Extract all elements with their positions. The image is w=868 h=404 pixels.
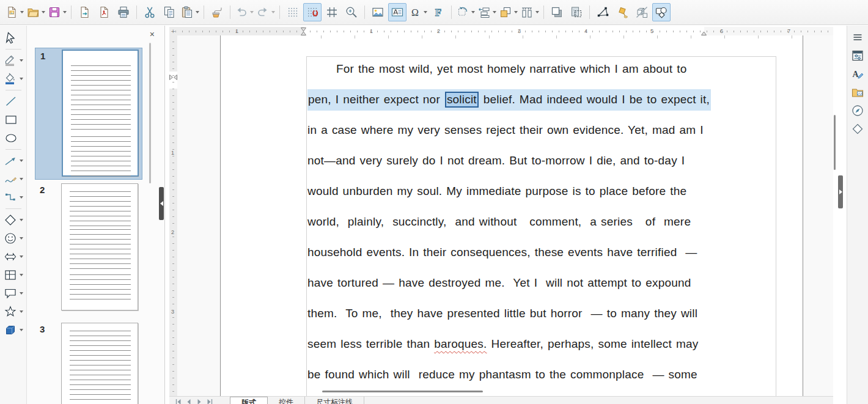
save-button[interactable] xyxy=(47,3,67,21)
distribute-selection-button[interactable] xyxy=(520,3,540,21)
crop-image-button[interactable] xyxy=(567,3,586,21)
callout-shapes-button[interactable] xyxy=(1,284,26,303)
dropdown-arrow-icon[interactable] xyxy=(20,237,23,240)
page-thumbnail-1[interactable]: 1 xyxy=(35,48,142,180)
dropdown-arrow-icon[interactable] xyxy=(20,11,24,13)
dropdown-arrow-icon[interactable] xyxy=(20,219,23,221)
zoom-button[interactable] xyxy=(342,3,361,21)
sidebar-tab-properties[interactable] xyxy=(848,46,867,64)
ellipse-button[interactable] xyxy=(1,129,26,147)
top-indent-marker[interactable] xyxy=(169,75,177,80)
display-grid-button[interactable] xyxy=(284,3,302,21)
previous-layer-button[interactable] xyxy=(185,398,193,404)
page-preview[interactable] xyxy=(62,50,139,177)
insert-image-button[interactable] xyxy=(369,3,387,21)
stars-and-banners-button[interactable] xyxy=(1,303,26,321)
dropdown-arrow-icon[interactable] xyxy=(535,11,539,13)
dropdown-arrow-icon[interactable] xyxy=(20,160,23,162)
block-arrows-button[interactable] xyxy=(1,248,26,266)
next-layer-button[interactable] xyxy=(195,398,204,404)
transformations-button[interactable] xyxy=(455,3,476,21)
text-frame[interactable]: For the most wild, yet most homely narra… xyxy=(306,56,776,396)
pages-panel-close-button[interactable]: × xyxy=(150,29,155,39)
copy-button[interactable] xyxy=(160,3,178,21)
last-layer-button[interactable] xyxy=(205,398,214,404)
export-button[interactable] xyxy=(75,3,94,21)
horizontal-ruler[interactable]: + 11234567 xyxy=(169,27,833,35)
sidebar-tab-shapes[interactable] xyxy=(848,120,867,138)
select-button[interactable] xyxy=(1,29,26,47)
horizontal-scrollbar[interactable] xyxy=(322,391,483,392)
toggle-extrusion-button[interactable] xyxy=(633,3,651,21)
clone-formatting-button[interactable] xyxy=(208,3,226,21)
sidebar-tab-styles[interactable]: A xyxy=(848,65,867,83)
page-thumbnail-3[interactable]: 3 xyxy=(35,321,141,404)
dropdown-arrow-icon[interactable] xyxy=(493,11,496,13)
layer-tab-3[interactable]: 尺寸标注线 xyxy=(305,397,364,404)
show-draw-functions-button[interactable] xyxy=(652,3,671,21)
right-indent-marker[interactable] xyxy=(701,28,707,35)
pages-panel-scrollbar[interactable] xyxy=(149,43,151,183)
vertical-ruler[interactable]: 123 xyxy=(169,35,177,396)
arrange-button[interactable] xyxy=(498,3,518,21)
flowchart-shapes-button[interactable] xyxy=(1,266,26,284)
dropdown-arrow-icon[interactable] xyxy=(42,11,45,13)
dropdown-arrow-icon[interactable] xyxy=(20,310,23,313)
dropdown-arrow-icon[interactable] xyxy=(196,11,199,13)
symbol-shapes-button[interactable] xyxy=(1,229,26,248)
sidebar-tab-sidebar-settings[interactable] xyxy=(848,28,867,46)
left-indent-marker[interactable] xyxy=(301,28,306,35)
3d-objects-button[interactable] xyxy=(1,321,26,339)
insert-fontwork-button[interactable]: F xyxy=(429,3,447,21)
curves-and-polygons-button[interactable] xyxy=(1,170,26,188)
page-preview[interactable] xyxy=(61,183,138,310)
dropdown-arrow-icon[interactable] xyxy=(20,196,23,199)
helplines-while-moving-button[interactable] xyxy=(323,3,341,21)
insert-special-character-button[interactable]: Ω xyxy=(408,3,428,21)
rectangle-button[interactable] xyxy=(1,111,26,129)
new-document-button[interactable] xyxy=(4,3,24,21)
dropdown-arrow-icon[interactable] xyxy=(424,11,427,13)
dropdown-arrow-icon[interactable] xyxy=(20,329,23,331)
dropdown-arrow-icon[interactable] xyxy=(514,11,518,13)
basic-shapes-button[interactable] xyxy=(1,211,26,229)
dropdown-arrow-icon[interactable] xyxy=(20,78,23,80)
undo-button[interactable] xyxy=(234,3,254,21)
export-as-pdf-button[interactable] xyxy=(95,3,113,21)
layer-tab-1[interactable]: 版式 xyxy=(230,397,268,404)
dropdown-arrow-icon[interactable] xyxy=(20,292,23,295)
dropdown-arrow-icon[interactable] xyxy=(471,11,475,13)
cut-button[interactable] xyxy=(141,3,159,21)
dropdown-arrow-icon[interactable] xyxy=(20,59,23,62)
sidebar-tab-navigator[interactable] xyxy=(848,101,867,119)
lines-and-arrows-button[interactable] xyxy=(1,152,26,170)
insert-line-button[interactable] xyxy=(1,92,26,111)
print-button[interactable] xyxy=(114,3,133,21)
sidebar-tab-gallery[interactable] xyxy=(848,83,867,101)
redo-button[interactable] xyxy=(256,3,276,21)
glue-points-button[interactable] xyxy=(613,3,631,21)
dropdown-arrow-icon[interactable] xyxy=(20,274,23,276)
connectors-button[interactable] xyxy=(1,188,26,207)
dropdown-arrow-icon[interactable] xyxy=(271,11,275,13)
dropdown-arrow-icon[interactable] xyxy=(250,11,254,13)
dropdown-arrow-icon[interactable] xyxy=(63,11,67,13)
sidebar-splitter[interactable] xyxy=(838,175,843,208)
shadow-button[interactable] xyxy=(548,3,566,21)
layer-tab-2[interactable]: 控件 xyxy=(268,397,305,404)
page-preview[interactable] xyxy=(61,323,138,404)
line-color-button[interactable] xyxy=(1,51,26,70)
first-layer-button[interactable] xyxy=(174,398,183,404)
insert-text-box-button[interactable] xyxy=(388,3,406,21)
dropdown-arrow-icon[interactable] xyxy=(20,255,23,258)
edit-points-button[interactable] xyxy=(594,3,612,21)
pages-panel-splitter[interactable] xyxy=(159,187,164,220)
page-thumbnail-2[interactable]: 2 xyxy=(35,182,141,313)
vertical-scrollbar[interactable] xyxy=(834,115,836,170)
snap-to-grid-button[interactable] xyxy=(303,3,322,21)
paste-button[interactable] xyxy=(180,3,200,21)
align-objects-button[interactable] xyxy=(477,3,497,21)
dropdown-arrow-icon[interactable] xyxy=(20,178,23,180)
fill-color-button[interactable] xyxy=(1,70,26,88)
open-button[interactable] xyxy=(26,3,46,21)
